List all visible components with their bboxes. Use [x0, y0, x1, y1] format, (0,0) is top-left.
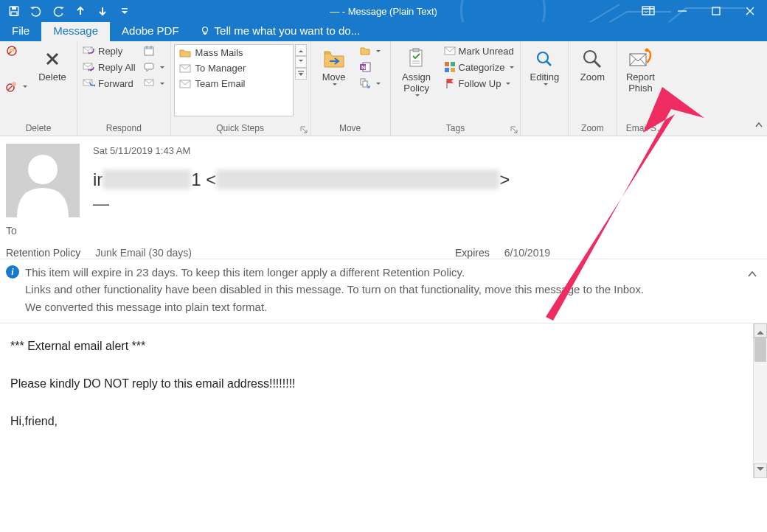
- qat-redo[interactable]: [49, 2, 68, 20]
- titlebar: — - Message (Plain Text): [0, 0, 767, 22]
- quick-step-mass-mails[interactable]: Mass Mails: [175, 45, 293, 60]
- ribbon-collapse[interactable]: [754, 120, 764, 133]
- window-minimize[interactable]: [665, 0, 699, 22]
- move-button[interactable]: Move: [313, 44, 355, 91]
- move-folder-icon: [322, 49, 346, 69]
- group-label-editing: [524, 132, 565, 136]
- svg-rect-21: [145, 63, 153, 69]
- svg-rect-10: [10, 49, 14, 52]
- retention-policy-label: Retention Policy: [6, 247, 80, 259]
- qat-undo[interactable]: [27, 2, 46, 20]
- rules-button[interactable]: [356, 44, 384, 57]
- quick-steps-expand[interactable]: [295, 68, 307, 80]
- ribbon-tabs: File Message Adobe PDF Tell me what you …: [0, 22, 767, 41]
- body-vertical-scrollbar[interactable]: [753, 323, 767, 478]
- svg-rect-39: [451, 68, 455, 72]
- svg-point-42: [584, 51, 596, 63]
- delete-button[interactable]: Delete: [32, 44, 73, 86]
- quick-steps-scroll-down[interactable]: [295, 56, 307, 68]
- tab-adobe-pdf[interactable]: Adobe PDF: [110, 21, 191, 41]
- group-label-delete: Delete: [3, 122, 74, 136]
- ribbon-group-tags: Assign Policy Mark Unread Categorize Fol…: [391, 41, 521, 136]
- expires-value: 6/10/2019: [504, 247, 550, 259]
- sender-avatar: [6, 144, 80, 217]
- delete-label: Delete: [38, 72, 66, 83]
- quick-steps-gallery[interactable]: Mass Mails To Manager Team Email: [174, 44, 294, 116]
- im-button[interactable]: [140, 60, 167, 74]
- quick-steps-scroll-up[interactable]: [295, 44, 307, 56]
- qat-customize[interactable]: [115, 2, 134, 20]
- quick-step-team-email[interactable]: Team Email: [175, 76, 293, 91]
- quick-steps-dialog-launcher[interactable]: [299, 125, 308, 134]
- lightbulb-icon: [200, 26, 210, 36]
- actions-icon: [359, 77, 371, 89]
- window-maximize[interactable]: [699, 0, 733, 22]
- retention-policy-value: Junk Email (30 days): [95, 247, 192, 259]
- svg-text:N: N: [361, 64, 366, 71]
- categorize-button[interactable]: Categorize: [441, 60, 518, 74]
- scroll-up-arrow[interactable]: [754, 323, 767, 338]
- mark-unread-button[interactable]: Mark Unread: [441, 44, 518, 57]
- scroll-down-arrow[interactable]: [754, 463, 767, 478]
- ribbon-display-options[interactable]: [631, 0, 665, 22]
- tags-dialog-launcher[interactable]: [510, 125, 518, 134]
- scroll-thumb[interactable]: [754, 337, 766, 362]
- assign-policy-button[interactable]: Assign Policy: [394, 44, 440, 102]
- sender-redacted-1: xxxxxxxxxx: [103, 169, 191, 189]
- info-text: This item will expire in 23 days. To kee…: [25, 264, 644, 315]
- report-phish-button[interactable]: Report Phish: [620, 44, 661, 97]
- group-label-tags: Tags: [394, 122, 518, 136]
- qat-save[interactable]: [4, 2, 24, 20]
- svg-rect-2: [11, 12, 17, 15]
- reply-button[interactable]: Reply: [80, 44, 139, 57]
- svg-rect-36: [445, 62, 449, 66]
- info-icon: i: [6, 265, 19, 279]
- folder-icon: [179, 48, 191, 58]
- message-body-wrap: *** External email alert *** Please kind…: [0, 323, 767, 478]
- quick-step-to-manager[interactable]: To Manager: [175, 60, 293, 76]
- tab-message[interactable]: Message: [41, 21, 110, 41]
- svg-point-7: [202, 27, 207, 32]
- tell-me-search[interactable]: Tell me what you want to do...: [191, 21, 369, 41]
- ribbon-group-respond: Reply Reply All Forward Respond: [77, 41, 171, 136]
- reply-all-button[interactable]: Reply All: [80, 60, 139, 74]
- onenote-icon: N: [359, 61, 371, 73]
- window-close[interactable]: [733, 0, 767, 22]
- svg-line-12: [8, 85, 13, 90]
- message-subject: —: [93, 195, 757, 214]
- group-label-respond: Respond: [80, 122, 167, 136]
- actions-button[interactable]: [356, 77, 384, 90]
- info-bar: i This item will expire in 23 days. To k…: [0, 259, 767, 323]
- tab-file[interactable]: File: [0, 21, 41, 41]
- zoom-button[interactable]: Zoom: [572, 44, 613, 86]
- svg-rect-38: [445, 68, 449, 72]
- envelope-icon: [179, 63, 191, 74]
- group-label-email-security: Email S…: [620, 122, 671, 136]
- svg-rect-32: [413, 49, 419, 52]
- forward-button[interactable]: Forward: [80, 77, 139, 90]
- group-label-move: Move: [313, 122, 387, 136]
- expires-label: Expires: [455, 247, 490, 259]
- ribbon-group-report-phish: Report Phish Email S…: [617, 41, 674, 136]
- ribbon-group-editing: Editing: [521, 41, 569, 136]
- ignore-button[interactable]: [3, 44, 30, 57]
- report-phish-icon: [628, 48, 653, 70]
- qat-prev[interactable]: [71, 2, 90, 20]
- to-label: To: [6, 225, 17, 237]
- follow-up-button[interactable]: Follow Up: [441, 77, 518, 90]
- message-body: *** External email alert *** Please kind…: [0, 323, 753, 478]
- svg-rect-1: [12, 7, 16, 10]
- assign-policy-icon: [406, 48, 428, 70]
- editing-button[interactable]: Editing: [524, 44, 565, 91]
- qat-next[interactable]: [93, 2, 112, 20]
- sender-redacted-2: xxxxxxxxxxxxxxxxxxxxxxxxxxxxxxxx: [216, 169, 499, 189]
- ribbon-group-quick-steps: Mass Mails To Manager Team Email Quick S…: [171, 41, 310, 136]
- junk-button[interactable]: [3, 80, 30, 93]
- svg-rect-18: [145, 47, 153, 49]
- info-bar-collapse[interactable]: [743, 264, 761, 287]
- svg-rect-37: [451, 62, 455, 66]
- ribbon-group-move: Move N Move: [310, 41, 391, 136]
- onenote-button[interactable]: N: [356, 60, 384, 74]
- meeting-button[interactable]: [140, 44, 167, 57]
- more-respond-button[interactable]: [140, 77, 167, 90]
